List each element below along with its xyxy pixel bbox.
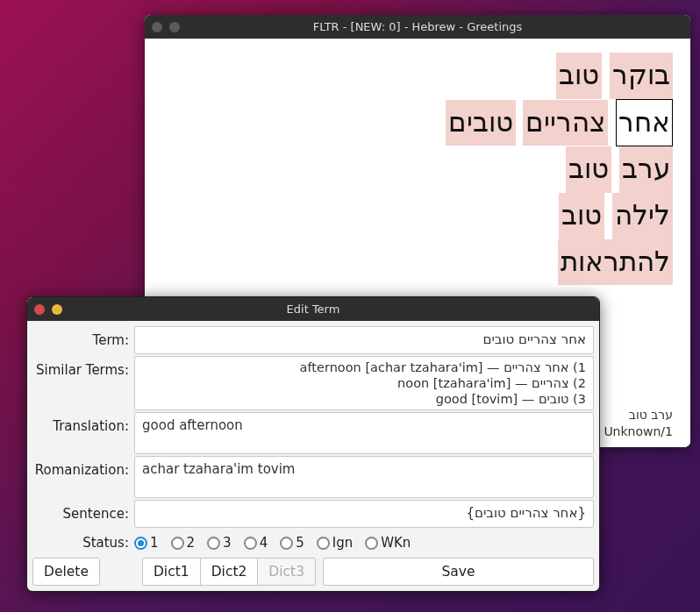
status-options: 12345IgnWKn (134, 535, 411, 551)
similar-label: Similar Terms: (32, 356, 134, 378)
edit-term-dialog: Edit Term Term: אחר צהריים טובים Similar… (26, 296, 600, 592)
edit-title: Edit Term (287, 302, 340, 316)
reader-titlebar: FLTR - [NEW: 0] - Hebrew - Greetings (145, 15, 690, 39)
status-radio-label: Ign (332, 535, 353, 551)
status-radio-5[interactable]: 5 (280, 535, 304, 551)
window-min-dot[interactable] (169, 22, 180, 32)
sentence-label: Sentence: (32, 500, 134, 522)
radio-dot-icon (280, 537, 293, 550)
reader-word[interactable]: צהריים (523, 100, 608, 146)
translation-field[interactable]: good afternoon (134, 412, 594, 454)
reader-title: FLTR - [NEW: 0] - Hebrew - Greetings (313, 20, 523, 33)
similar-term-line: 1) אחר צהריים — afternoon [achar tzahara… (142, 359, 586, 375)
term-field[interactable]: אחר צהריים טובים (134, 326, 594, 354)
dict1-button[interactable]: Dict1 (142, 558, 201, 586)
status-radio-label: 4 (260, 535, 268, 551)
radio-dot-icon (207, 537, 220, 550)
reader-line: להתראות (162, 239, 673, 286)
reader-line: אחר צהריים טובים (162, 99, 673, 147)
delete-button[interactable]: Delete (32, 558, 100, 586)
dialog-min-dot[interactable] (52, 304, 62, 315)
status-radio-3[interactable]: 3 (207, 535, 232, 551)
status-radio-label: 2 (187, 535, 196, 551)
window-controls (152, 15, 180, 39)
reader-word[interactable]: בוקר (610, 53, 673, 99)
reader-word[interactable]: להתראות (558, 239, 673, 286)
reader-word[interactable]: טוב (556, 53, 602, 99)
dialog-window-controls (34, 297, 62, 321)
status-label: Status: (32, 535, 134, 551)
similar-terms-box: 1) אחר צהריים — afternoon [achar tzahara… (134, 356, 594, 410)
romanization-label: Romanization: (32, 456, 134, 478)
radio-dot-icon (244, 537, 257, 550)
window-close-dot[interactable] (152, 22, 162, 32)
status-radio-ign[interactable]: Ign (317, 535, 353, 551)
status-radio-4[interactable]: 4 (244, 535, 268, 551)
status-radio-wkn[interactable]: WKn (365, 535, 411, 551)
status-radio-label: 1 (150, 535, 159, 551)
radio-dot-icon (171, 537, 184, 550)
reader-line: בוקר טוב (162, 53, 673, 99)
reader-word[interactable]: אחר (616, 99, 673, 147)
save-button[interactable]: Save (323, 558, 594, 586)
status-radio-label: 3 (223, 535, 232, 551)
translation-label: Translation: (32, 412, 134, 434)
reader-word[interactable]: טובים (446, 100, 516, 146)
reader-line: לילה טוב (162, 193, 673, 239)
reader-word[interactable]: לילה (612, 193, 673, 239)
reader-line: ערב טוב (162, 146, 673, 193)
status-radio-1[interactable]: 1 (134, 535, 159, 551)
dict2-button[interactable]: Dict2 (200, 558, 259, 586)
reader-word[interactable]: טוב (559, 193, 604, 239)
radio-dot-icon (365, 537, 378, 550)
dict3-button: Dict3 (257, 558, 316, 586)
romanization-field[interactable]: achar tzahara'im tovim (134, 456, 594, 498)
radio-dot-icon (317, 537, 330, 550)
reader-text-area[interactable]: בוקר טובאחר צהריים טוביםערב טובלילה טובל… (162, 53, 673, 285)
similar-term-line: 3) טובים — good [tovim] (142, 391, 586, 407)
term-label: Term: (32, 326, 134, 348)
status-radio-2[interactable]: 2 (171, 535, 196, 551)
status-radio-label: WKn (381, 535, 411, 551)
similar-term-line: 2) צהריים — noon [tzahara'im] (142, 375, 586, 391)
reader-word[interactable]: טוב (566, 146, 611, 193)
dialog-close-dot[interactable] (34, 304, 45, 315)
radio-dot-icon (134, 537, 147, 550)
reader-word[interactable]: ערב (619, 146, 673, 193)
edit-titlebar: Edit Term (27, 297, 599, 321)
edit-body: Term: אחר צהריים טובים Similar Terms: 1)… (27, 321, 599, 591)
sentence-field[interactable]: {אחר צהריים טובים} (134, 500, 594, 528)
status-radio-label: 5 (296, 535, 304, 551)
